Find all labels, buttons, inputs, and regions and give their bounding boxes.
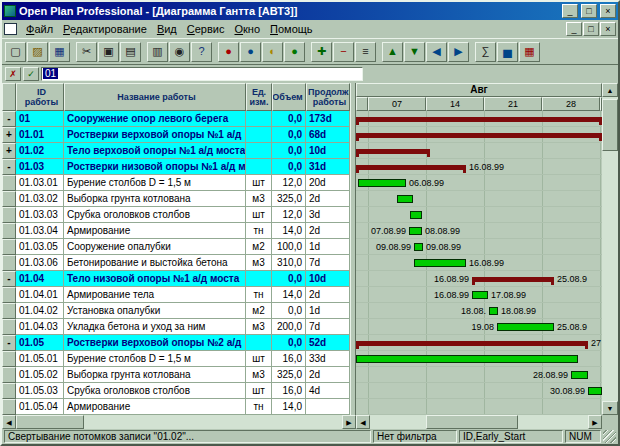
open-button[interactable]: ▨ (27, 42, 48, 62)
mdi-minimize-button[interactable]: _ (566, 22, 582, 36)
scroll-down-button[interactable]: ▼ (602, 401, 618, 415)
cell-volume[interactable]: 14,0 (272, 223, 306, 239)
menu-item-5[interactable]: Помощь (265, 22, 318, 36)
cell-duration[interactable] (306, 399, 350, 415)
cell-volume[interactable]: 100,0 (272, 239, 306, 255)
move-up-button[interactable]: ▲ (382, 42, 403, 62)
corner-header-cell[interactable] (2, 83, 16, 111)
cut-button[interactable]: ✂ (76, 42, 97, 62)
gantt-bar-task[interactable] (472, 291, 488, 299)
table-row[interactable]: 01.04.02Установка опалубким20,01d (2, 303, 350, 319)
close-button[interactable]: × (600, 4, 616, 18)
cell-unit[interactable] (246, 111, 272, 127)
cell-unit[interactable]: м2 (246, 239, 272, 255)
cell-duration[interactable]: 2d (306, 367, 350, 383)
gantt-bar-summary[interactable] (356, 117, 602, 122)
cell-volume[interactable]: 310,0 (272, 255, 306, 271)
cell-duration[interactable]: 10d (306, 143, 350, 159)
cell-name[interactable]: Тело верховой опоры №1 а/д моста (64, 143, 246, 159)
scroll-up-button[interactable]: ▲ (602, 83, 618, 97)
cell-edit-field[interactable]: 01 (41, 67, 363, 81)
cell-id[interactable]: 01 (16, 111, 64, 127)
cell-volume[interactable]: 325,0 (272, 367, 306, 383)
cell-volume[interactable]: 12,0 (272, 175, 306, 191)
menu-item-0[interactable]: Файл (21, 22, 58, 36)
cell-id[interactable]: 01.03.06 (16, 255, 64, 271)
help-button[interactable]: ? (191, 42, 212, 62)
maximize-button[interactable]: □ (581, 4, 597, 18)
cell-duration[interactable]: 1d (306, 303, 350, 319)
cell-id[interactable]: 01.03.02 (16, 191, 64, 207)
cell-id[interactable]: 01.05.03 (16, 383, 64, 399)
h-scroll-track[interactable] (16, 415, 342, 429)
document-icon[interactable] (4, 23, 17, 35)
cell-volume[interactable]: 0,0 (272, 303, 306, 319)
cell-volume[interactable]: 14,0 (272, 287, 306, 303)
gantt-bar-task[interactable] (497, 323, 554, 331)
gantt-bar-task[interactable] (588, 387, 602, 395)
cancel-edit-button[interactable]: ✗ (5, 67, 21, 81)
cell-duration[interactable]: 31d (306, 159, 350, 175)
cell-volume[interactable]: 16,0 (272, 351, 306, 367)
table-row[interactable]: 01.03.03Срубка оголовков столбовшт12,03d (2, 207, 350, 223)
cell-name[interactable]: Армирование (64, 399, 246, 415)
chart-horizontal-scrollbar[interactable]: ◀ ▶ (356, 415, 602, 429)
calculate-button[interactable]: ∑ (475, 42, 496, 62)
cell-unit[interactable]: шт (246, 351, 272, 367)
cell-duration[interactable]: 173d (306, 111, 350, 127)
gantt-bar-task[interactable] (414, 243, 423, 251)
table-row[interactable]: 01.05.04Армированиетн14,0 (2, 399, 350, 415)
table-row[interactable]: 01.03.06Бетонирование и выстойка бетонам… (2, 255, 350, 271)
vertical-scroll-thumb[interactable] (602, 99, 618, 151)
scroll-left-button[interactable]: ◀ (356, 415, 370, 429)
cell-duration[interactable]: 4d (306, 383, 350, 399)
cell-volume[interactable]: 12,0 (272, 207, 306, 223)
cell-volume[interactable]: 325,0 (272, 191, 306, 207)
cell-duration[interactable]: 1d (306, 239, 350, 255)
table-row[interactable]: +01.01Ростверки верховой опоры №1 а/д0,0… (2, 127, 350, 143)
paste-button[interactable]: ▤ (120, 42, 141, 62)
cell-id[interactable]: 01.04.02 (16, 303, 64, 319)
cell-unit[interactable]: тн (246, 223, 272, 239)
clock-yellow-button[interactable]: ◐ (262, 42, 283, 62)
table-row[interactable]: 01.05.03Срубка оголовков столбовшт16,04d (2, 383, 350, 399)
expand-toggle[interactable]: + (2, 143, 16, 159)
indent-button[interactable]: ▶ (448, 42, 469, 62)
print-button[interactable]: ▥ (147, 42, 168, 62)
cell-unit[interactable]: тн (246, 287, 272, 303)
cell-name[interactable]: Тело низовой опоры №1 а/д моста (64, 271, 246, 287)
cell-name[interactable]: Армирование (64, 223, 246, 239)
gantt-bar-task[interactable] (397, 195, 413, 203)
cell-unit[interactable]: м3 (246, 255, 272, 271)
cell-id[interactable]: 01.03 (16, 159, 64, 175)
gantt-bar-summary[interactable] (356, 149, 430, 154)
column-header-volume[interactable]: Объем (272, 83, 306, 111)
cell-id[interactable]: 01.04.03 (16, 319, 64, 335)
cell-volume[interactable]: 0,0 (272, 159, 306, 175)
menu-item-2[interactable]: Вид (152, 22, 182, 36)
table-row[interactable]: 01.03.04Армированиетн14,02d (2, 223, 350, 239)
collapse-toggle[interactable]: - (2, 271, 16, 287)
cell-name[interactable]: Армирование тела (64, 287, 246, 303)
cell-unit[interactable]: тн (246, 399, 272, 415)
cell-id[interactable]: 01.01 (16, 127, 64, 143)
cell-unit[interactable] (246, 159, 272, 175)
cell-duration[interactable]: 52d (306, 335, 350, 351)
cell-duration[interactable]: 7d (306, 255, 350, 271)
table-row[interactable]: 01.04.03Укладка бетона и уход за нимм320… (2, 319, 350, 335)
add-activity-button[interactable]: ✚ (311, 42, 332, 62)
link-button[interactable]: ≡ (355, 42, 376, 62)
cell-id[interactable]: 01.03.05 (16, 239, 64, 255)
vertical-scrollbar[interactable]: ▲ ▼ (602, 83, 618, 415)
minimize-button[interactable]: _ (562, 4, 578, 18)
gantt-bar-task[interactable] (356, 355, 578, 363)
cell-name[interactable]: Бурение столбов D = 1,5 м (64, 175, 246, 191)
cell-name[interactable]: Сооружение опалубки (64, 239, 246, 255)
cell-volume[interactable]: 16,0 (272, 383, 306, 399)
cell-volume[interactable]: 0,0 (272, 111, 306, 127)
copy-button[interactable]: ▣ (98, 42, 119, 62)
cell-unit[interactable]: м3 (246, 319, 272, 335)
cell-duration[interactable]: 3d (306, 207, 350, 223)
cell-duration[interactable]: 68d (306, 127, 350, 143)
table-row[interactable]: 01.04.01Армирование телатн14,02d (2, 287, 350, 303)
